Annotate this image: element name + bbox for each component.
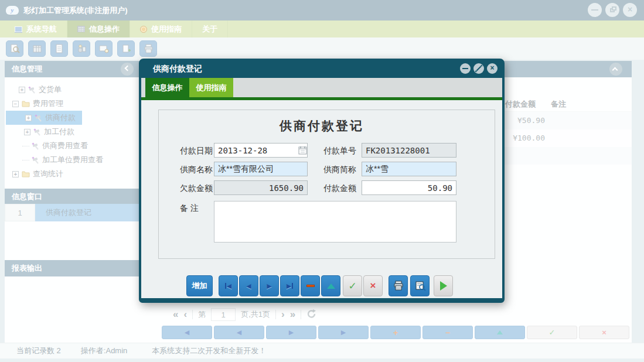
supplier-name-input[interactable] <box>214 162 308 176</box>
triangle-up-icon <box>327 284 335 289</box>
prev-icon: ◀ <box>246 282 251 290</box>
order-no-input <box>362 143 456 158</box>
payment-amount-input[interactable] <box>362 180 456 195</box>
calendar-icon[interactable] <box>298 146 307 155</box>
printer-icon <box>393 281 404 291</box>
close-icon: × <box>487 64 498 72</box>
dialog-titlebar[interactable]: 供商付款登记 × <box>141 60 503 78</box>
nav-last-button[interactable]: ▶ <box>280 275 299 296</box>
order-no-label: 付款单号 <box>323 146 356 156</box>
dialog-button-row: 增加 ◀ ◀ ▶ ▶ ✓ × <box>141 275 502 297</box>
next-icon: ▶ <box>267 282 271 290</box>
app-window: y 彩灯加工管理系统(非注册用户) × 系统导航 信息操作 使用指南 关于 <box>0 0 644 362</box>
owed-amount-input <box>214 180 308 195</box>
dialog-close-button[interactable]: × <box>487 63 498 74</box>
nav-prev-button[interactable]: ◀ <box>239 275 258 296</box>
delete-button[interactable] <box>301 275 320 296</box>
minus-icon <box>306 285 315 287</box>
supplier-payment-dialog: 供商付款登记 × 信息操作 使用指南 供商付款登记 付款日期 付款单号 供商名称… <box>139 59 505 303</box>
bar <box>225 283 226 289</box>
payment-amount-label: 付款金额 <box>323 183 356 194</box>
dialog-tabs: 信息操作 使用指南 <box>141 78 502 97</box>
maximize-icon <box>473 63 484 74</box>
print-preview-button[interactable] <box>410 275 430 296</box>
form-heading: 供商付款登记 <box>141 118 502 134</box>
remark-label: 备 注 <box>180 203 199 214</box>
print-preview-icon <box>414 281 426 291</box>
cancel-button[interactable]: × <box>363 275 383 296</box>
owed-amount-label: 欠款金额 <box>180 183 213 194</box>
supplier-short-input[interactable] <box>362 162 456 176</box>
confirm-button[interactable]: ✓ <box>343 275 362 296</box>
minimize-icon <box>462 68 468 69</box>
date-input[interactable] <box>214 143 308 158</box>
last-icon: ▶ <box>287 282 291 290</box>
run-button[interactable] <box>434 275 453 296</box>
nav-next-button[interactable]: ▶ <box>260 275 279 296</box>
cross-icon: × <box>370 280 376 292</box>
nav-first-button[interactable]: ◀ <box>219 275 238 296</box>
dialog-tab-guide[interactable]: 使用指南 <box>189 78 233 97</box>
tab-underline <box>141 97 502 100</box>
bar <box>292 283 293 289</box>
supplier-short-label: 供商简称 <box>323 165 356 175</box>
dialog-tab-info-ops[interactable]: 信息操作 <box>145 78 189 97</box>
remark-textarea[interactable] <box>214 201 456 243</box>
dialog-controls: × <box>460 63 498 74</box>
dialog-maximize-button[interactable] <box>473 63 484 74</box>
play-icon <box>440 281 447 291</box>
first-icon: ◀ <box>227 282 231 290</box>
dialog-minimize-button[interactable] <box>460 63 471 74</box>
print-button[interactable] <box>389 275 408 296</box>
check-icon: ✓ <box>348 280 356 292</box>
edit-button[interactable] <box>321 275 340 296</box>
add-button[interactable]: 增加 <box>186 275 213 296</box>
dialog-title: 供商付款登记 <box>153 64 202 74</box>
supplier-name-label: 供商名称 <box>180 165 213 175</box>
date-label: 付款日期 <box>180 146 213 156</box>
